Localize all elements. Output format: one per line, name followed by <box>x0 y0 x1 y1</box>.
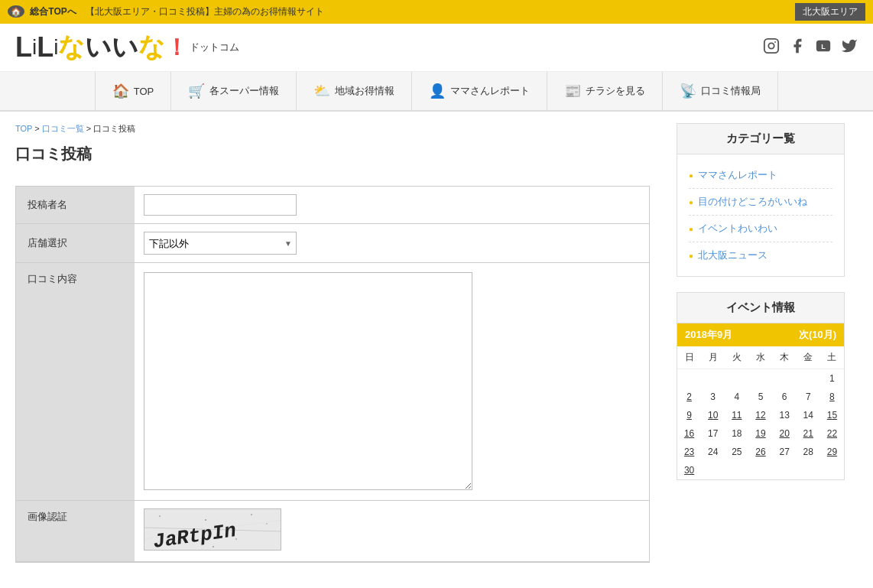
cal-day-16[interactable]: 16 <box>677 424 701 443</box>
svg-point-13 <box>251 514 252 515</box>
cal-day-7: 7 <box>797 388 820 406</box>
category-item-news[interactable]: ● 北大阪ニュース <box>689 242 832 268</box>
cal-day-e3 <box>748 461 772 479</box>
store-row: 店舗選択 下記以外 ▼ <box>16 224 649 263</box>
cal-day-12[interactable]: 12 <box>748 406 772 424</box>
cal-day-8[interactable]: 8 <box>820 388 844 406</box>
top-link[interactable]: 🏠 総合TOPへ <box>8 5 76 18</box>
cal-day <box>701 369 725 388</box>
logo-excl: ！ <box>165 32 188 63</box>
cal-day <box>773 369 797 388</box>
facebook-icon[interactable] <box>789 37 806 58</box>
cal-day-24: 24 <box>701 443 725 461</box>
svg-point-2 <box>774 41 776 43</box>
nav-super-label: 各スーパー情報 <box>209 84 279 98</box>
content-textarea[interactable] <box>144 272 472 490</box>
nav-flyer-label: チラシを見る <box>586 84 645 98</box>
bullet-icon: ● <box>689 171 693 180</box>
cal-day-19[interactable]: 19 <box>748 424 772 443</box>
category-title: カテゴリー覧 <box>677 124 844 154</box>
nav-cloud-icon: ⛅ <box>313 83 330 99</box>
bullet-icon: ● <box>689 225 693 233</box>
nav-kuchikomi[interactable]: 📡 口コミ情報局 <box>663 72 778 110</box>
svg-point-12 <box>213 546 214 547</box>
event-title: イベント情報 <box>677 293 844 323</box>
breadcrumb: TOP > 口コミ一覧 > 口コミ投稿 <box>15 123 650 135</box>
cal-day-e2 <box>725 461 748 479</box>
post-form: 投稿者名 店舗選択 下記以外 ▼ 口コミ内 <box>15 186 650 563</box>
svg-rect-0 <box>764 38 778 52</box>
breadcrumb-list[interactable]: 口コミ一覧 <box>42 124 84 133</box>
cal-day-22[interactable]: 22 <box>820 424 844 443</box>
cal-day-30[interactable]: 30 <box>677 461 701 479</box>
logo-char-l2: L <box>37 31 54 63</box>
breadcrumb-sep2: > <box>86 124 93 133</box>
author-row: 投稿者名 <box>16 187 649 224</box>
bullet-icon: ● <box>689 252 693 260</box>
calendar-header: 2018年9月 次(10月) <box>677 323 844 346</box>
calendar-next[interactable]: 次(10月) <box>799 328 836 342</box>
svg-text:L: L <box>821 42 826 50</box>
cal-day-17: 17 <box>701 424 725 443</box>
category-item-eye[interactable]: ● 目の付けどころがいいね <box>689 189 832 216</box>
category-mama-label: ママさんレポート <box>698 168 777 182</box>
twitter-icon[interactable] <box>841 37 858 58</box>
nav-mama-label: ママさんレポート <box>450 84 530 98</box>
page-title: 口コミ投稿 <box>15 144 650 171</box>
cal-day-9[interactable]: 9 <box>677 406 701 424</box>
nav-flyer-icon: 📰 <box>564 83 581 99</box>
cal-day-11[interactable]: 11 <box>725 406 748 424</box>
cal-day-26[interactable]: 26 <box>748 443 772 461</box>
main-content: TOP > 口コミ一覧 > 口コミ投稿 口コミ投稿 投稿者名 店舗選択 <box>0 112 665 574</box>
cal-week-6: 30 <box>677 461 844 479</box>
breadcrumb-top[interactable]: TOP <box>15 124 32 133</box>
cal-week-4: 16 17 18 19 20 21 22 <box>677 424 844 443</box>
breadcrumb-sep1: > <box>34 124 41 133</box>
nav-flyer[interactable]: 📰 チラシを見る <box>547 72 663 110</box>
cal-day-14: 14 <box>797 406 820 424</box>
calendar-body: 1 2 3 4 5 6 7 8 9 10 11 <box>677 369 844 480</box>
instagram-icon[interactable] <box>763 37 780 58</box>
cal-day-15[interactable]: 15 <box>820 406 844 424</box>
cal-th-fri: 金 <box>797 346 820 369</box>
cal-day-2[interactable]: 2 <box>677 388 701 406</box>
sidebar: カテゴリー覧 ● ママさんレポート ● 目の付けどころがいいね ● イベントわい… <box>665 112 856 574</box>
logo-char-l: L <box>15 31 32 63</box>
nav-mama[interactable]: 👤 ママさんレポート <box>412 72 547 110</box>
area-label: 北大阪エリア <box>795 3 865 21</box>
category-item-mama[interactable]: ● ママさんレポート <box>689 162 832 189</box>
nav-local[interactable]: ⛅ 地域お得情報 <box>297 72 412 110</box>
author-input[interactable] <box>144 194 297 216</box>
cal-day-27: 27 <box>773 443 797 461</box>
store-field: 下記以外 ▼ <box>135 224 649 262</box>
social-icons: L <box>763 37 858 58</box>
line-icon[interactable]: L <box>815 37 832 58</box>
content-row: 口コミ内容 <box>16 263 649 501</box>
cal-th-sun: 日 <box>677 346 701 369</box>
logo-dotcom: ドットコム <box>190 41 239 54</box>
nav-cart-icon: 🛒 <box>188 83 205 99</box>
cal-day-21[interactable]: 21 <box>797 424 820 443</box>
cal-day-20[interactable]: 20 <box>773 424 797 443</box>
cal-day: 1 <box>820 369 844 388</box>
nav-top[interactable]: 🏠 TOP <box>95 72 172 110</box>
category-item-event[interactable]: ● イベントわいわい <box>689 216 832 242</box>
category-list: ● ママさんレポート ● 目の付けどころがいいね ● イベントわいわい ● 北大… <box>677 154 844 276</box>
content-field <box>135 263 649 500</box>
category-box: カテゴリー覧 ● ママさんレポート ● 目の付けどころがいいね ● イベントわい… <box>677 123 845 277</box>
store-select[interactable]: 下記以外 <box>144 232 297 255</box>
cal-day-10[interactable]: 10 <box>701 406 725 424</box>
store-select-wrapper: 下記以外 ▼ <box>144 232 297 255</box>
cal-day <box>725 369 748 388</box>
nav-mama-icon: 👤 <box>429 83 446 99</box>
svg-point-8 <box>205 519 206 521</box>
cal-day-29[interactable]: 29 <box>820 443 844 461</box>
cal-week-5: 23 24 25 26 27 28 29 <box>677 443 844 461</box>
nav-super[interactable]: 🛒 各スーパー情報 <box>171 72 297 110</box>
cal-day-13: 13 <box>773 406 797 424</box>
cal-day-5: 5 <box>748 388 772 406</box>
cal-day-23[interactable]: 23 <box>677 443 701 461</box>
content-label: 口コミ内容 <box>16 263 135 500</box>
captcha-field: JaRtpIn <box>135 501 649 561</box>
nav-kuchikomi-icon: 📡 <box>680 83 696 99</box>
